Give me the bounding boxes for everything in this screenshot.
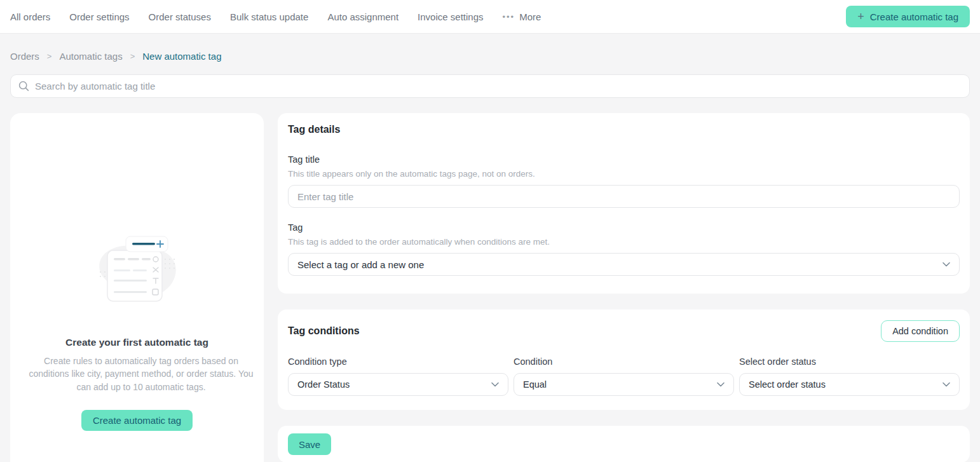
top-navigation: All orders Order settings Order statuses… [0,0,980,34]
nav-order-settings[interactable]: Order settings [69,11,129,22]
condition-field: Condition Equal [514,357,734,396]
nav-invoice-settings[interactable]: Invoice settings [418,11,483,22]
condition-type-select[interactable]: Order Status [288,373,508,396]
chevron-down-icon [943,382,950,387]
form-column: Tag details Tag title This title appears… [278,113,970,462]
tag-select-value: Select a tag or add a new one [297,259,424,270]
condition-type-field: Condition type Order Status [288,357,508,396]
main-content: Create your first automatic tag Create r… [0,113,980,462]
breadcrumb-orders[interactable]: Orders [10,51,39,62]
save-button[interactable]: Save [288,433,331,455]
tag-title-help-text: This title appears only on the automatic… [288,169,960,179]
breadcrumb-separator-icon: > [47,51,52,61]
chevron-down-icon [943,262,950,267]
breadcrumb-current-page: New automatic tag [142,51,221,62]
tag-details-title: Tag details [288,124,960,135]
save-card: Save [278,426,970,462]
condition-value: Equal [523,379,547,390]
create-automatic-tag-button-label: Create automatic tag [870,11,958,22]
condition-type-label: Condition type [288,357,508,367]
nav-all-orders[interactable]: All orders [10,11,50,22]
search-icon [18,81,29,92]
plus-icon: + [857,11,864,22]
more-dots-icon: ••• [503,13,515,21]
search-input[interactable] [35,81,962,92]
tag-conditions-title: Tag conditions [288,325,360,337]
add-condition-button[interactable]: Add condition [881,320,960,342]
chevron-down-icon [491,382,499,387]
tag-title-label: Tag title [288,154,960,165]
tag-title-input[interactable] [288,185,960,208]
empty-state-description: Create rules to automatically tag orders… [23,355,259,393]
create-automatic-tag-button-header[interactable]: + Create automatic tag [846,6,970,27]
order-status-select[interactable]: Select order status [739,373,960,396]
search-bar[interactable] [10,74,970,98]
nav-order-statuses[interactable]: Order statuses [149,11,211,22]
breadcrumb-automatic-tags[interactable]: Automatic tags [59,51,122,62]
breadcrumb-separator-icon: > [130,51,135,61]
nav-more-menu[interactable]: ••• More [503,11,541,22]
chevron-down-icon [717,382,725,387]
breadcrumb: Orders > Automatic tags > New automatic … [0,34,980,74]
empty-state-title: Create your first automatic tag [23,337,251,348]
empty-state-panel: Create your first automatic tag Create r… [10,113,264,462]
tag-conditions-card: Tag conditions Add condition Condition t… [278,309,970,410]
order-status-field: Select order status Select order status [739,357,960,396]
nav-auto-assignment[interactable]: Auto assignment [327,11,398,22]
condition-label: Condition [514,357,734,367]
condition-type-value: Order Status [297,379,350,390]
tag-select[interactable]: Select a tag or add a new one [288,253,960,276]
create-automatic-tag-button-empty-state[interactable]: Create automatic tag [81,410,193,431]
tag-label: Tag [288,222,960,233]
tag-details-card: Tag details Tag title This title appears… [278,113,970,294]
condition-select[interactable]: Equal [514,373,734,396]
automatic-tags-illustration [86,234,188,308]
tag-help-text: This tag is added to the order automatic… [288,237,960,247]
nav-more-label: More [519,11,541,22]
order-status-label: Select order status [739,357,960,367]
nav-bulk-status-update[interactable]: Bulk status update [230,11,308,22]
order-status-value: Select order status [749,379,826,390]
